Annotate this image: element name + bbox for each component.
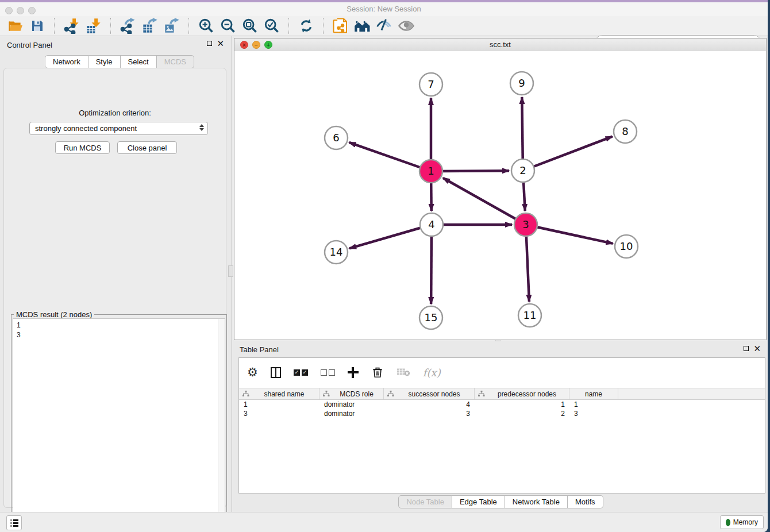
- import-table-button[interactable]: [84, 17, 103, 35]
- mcds-result-group: MCDS result (2 nodes) 13: [11, 314, 227, 532]
- table-panel: Table Panel ✕ ⚙ ✓✓: [234, 342, 768, 512]
- float-panel-icon[interactable]: [744, 346, 749, 351]
- column-header-name[interactable]: name: [569, 388, 618, 399]
- refresh-view-button[interactable]: [297, 17, 315, 35]
- column-header-successor-nodes[interactable]: successor nodes: [384, 388, 475, 399]
- tab-network-table[interactable]: Network Table: [505, 495, 568, 508]
- save-icon: [30, 19, 44, 33]
- tab-select[interactable]: Select: [121, 55, 157, 68]
- svg-text:11: 11: [523, 309, 537, 321]
- export-image-icon: [164, 18, 180, 34]
- graph-node-2[interactable]: 2: [511, 159, 534, 182]
- graph-node-10[interactable]: 10: [615, 235, 638, 258]
- column-header-MCDS-role[interactable]: MCDS role: [319, 388, 384, 399]
- svg-text:6: 6: [333, 132, 339, 144]
- graph-edge-4-14[interactable]: [349, 225, 432, 248]
- graph-node-3[interactable]: 3: [514, 213, 537, 236]
- graph-node-14[interactable]: 14: [325, 241, 348, 264]
- zoom-out-icon: [220, 18, 236, 34]
- zoom-fit-icon: [242, 18, 258, 34]
- trash-icon: [371, 366, 384, 379]
- import-network-button[interactable]: [63, 17, 81, 35]
- tab-edge-table[interactable]: Edge Table: [452, 495, 505, 508]
- tab-style[interactable]: Style: [88, 55, 121, 68]
- export-image-button[interactable]: [163, 17, 181, 35]
- add-row-button[interactable]: [348, 365, 359, 380]
- graph-edge-3-1[interactable]: [443, 178, 526, 225]
- network-window-titlebar[interactable]: × − + scc.txt: [234, 38, 766, 52]
- zoom-in-button[interactable]: [197, 17, 215, 35]
- show-selected-button[interactable]: [397, 17, 415, 35]
- hide-selected-button[interactable]: [375, 17, 394, 35]
- run-mcds-button[interactable]: Run MCDS: [55, 141, 110, 154]
- table-row[interactable]: 3dominator323: [239, 409, 765, 418]
- zoom-fit-button[interactable]: [241, 17, 259, 35]
- main-titlebar: Session: New Session: [0, 2, 768, 17]
- graph-node-11[interactable]: 11: [518, 304, 541, 327]
- graph-node-7[interactable]: 7: [419, 73, 442, 96]
- save-session-button[interactable]: [28, 17, 47, 35]
- columns-icon: [271, 367, 281, 378]
- column-sort-icon: [387, 391, 394, 397]
- select-all-button[interactable]: ✓✓: [294, 365, 308, 380]
- unchecked-box-icon: [321, 369, 327, 376]
- graph-edge-3-10[interactable]: [526, 225, 613, 244]
- export-table-button[interactable]: [141, 17, 159, 35]
- graph-edge-1-6[interactable]: [349, 142, 431, 171]
- toolbar-separator: [54, 18, 55, 34]
- graph-node-8[interactable]: 8: [614, 120, 637, 143]
- close-panel-icon[interactable]: ✕: [217, 41, 224, 46]
- close-panel-button[interactable]: Close panel: [117, 141, 177, 154]
- svg-text:7: 7: [428, 78, 434, 90]
- graph-node-4[interactable]: 4: [420, 213, 443, 236]
- control-panel: Control Panel ✕ NetworkStyleSelectMCDS O…: [0, 36, 230, 512]
- deselect-all-button[interactable]: [321, 365, 335, 380]
- column-header-predecessor-nodes[interactable]: predecessor nodes: [475, 388, 569, 399]
- result-line: 1: [17, 321, 221, 330]
- graph-node-15[interactable]: 15: [419, 306, 442, 329]
- status-bar: Memory: [0, 512, 768, 532]
- table-cell: 3: [569, 409, 618, 418]
- graph-edge-2-8[interactable]: [523, 137, 613, 171]
- network-canvas[interactable]: 7968124314101511: [234, 51, 766, 340]
- open-session-button[interactable]: [6, 17, 25, 35]
- column-sort-icon: [242, 391, 249, 397]
- optimization-criterion-select[interactable]: strongly connected component: [29, 122, 208, 135]
- table-row[interactable]: 1dominator411: [239, 400, 765, 409]
- network-graph[interactable]: 7968124314101511: [234, 51, 766, 340]
- mcds-result-list[interactable]: 13: [13, 318, 225, 531]
- eye-slash-icon: [376, 17, 393, 34]
- delete-row-button[interactable]: [371, 365, 384, 380]
- tab-node-table[interactable]: Node Table: [398, 495, 452, 508]
- graph-node-9[interactable]: 9: [510, 72, 533, 95]
- table-body: 1dominator4113dominator323: [239, 400, 765, 418]
- tab-network[interactable]: Network: [45, 55, 88, 68]
- result-scrollbar[interactable]: [218, 319, 225, 530]
- main-toolbar: [0, 16, 768, 36]
- tab-motifs[interactable]: Motifs: [568, 495, 603, 508]
- home-button[interactable]: [353, 17, 372, 35]
- memory-button[interactable]: Memory: [720, 515, 764, 529]
- svg-text:1: 1: [428, 165, 434, 177]
- result-line: 3: [17, 330, 221, 340]
- tab-mcds[interactable]: MCDS: [157, 55, 194, 68]
- zoom-selected-button[interactable]: [263, 17, 281, 35]
- graph-node-6[interactable]: 6: [325, 126, 348, 149]
- show-columns-button[interactable]: [271, 365, 281, 380]
- table-cell: 3: [384, 409, 475, 418]
- splitter-handle[interactable]: [228, 265, 233, 277]
- table-toolbar: ⚙ ✓✓: [239, 358, 765, 387]
- table-settings-button[interactable]: ⚙: [247, 365, 258, 380]
- unchecked-box-icon: [329, 369, 335, 376]
- graph-node-1[interactable]: 1: [419, 160, 442, 183]
- toolbar-separator: [288, 18, 290, 34]
- column-header-shared-name[interactable]: shared name: [239, 388, 319, 399]
- refresh-icon: [299, 18, 314, 33]
- float-panel-icon[interactable]: [207, 41, 212, 46]
- export-network-button[interactable]: [119, 17, 137, 35]
- task-history-button[interactable]: [6, 515, 22, 530]
- table-cell: dominator: [319, 400, 384, 409]
- close-panel-icon[interactable]: ✕: [753, 346, 761, 351]
- new-network-from-file-button[interactable]: [332, 17, 350, 35]
- zoom-out-button[interactable]: [219, 17, 237, 35]
